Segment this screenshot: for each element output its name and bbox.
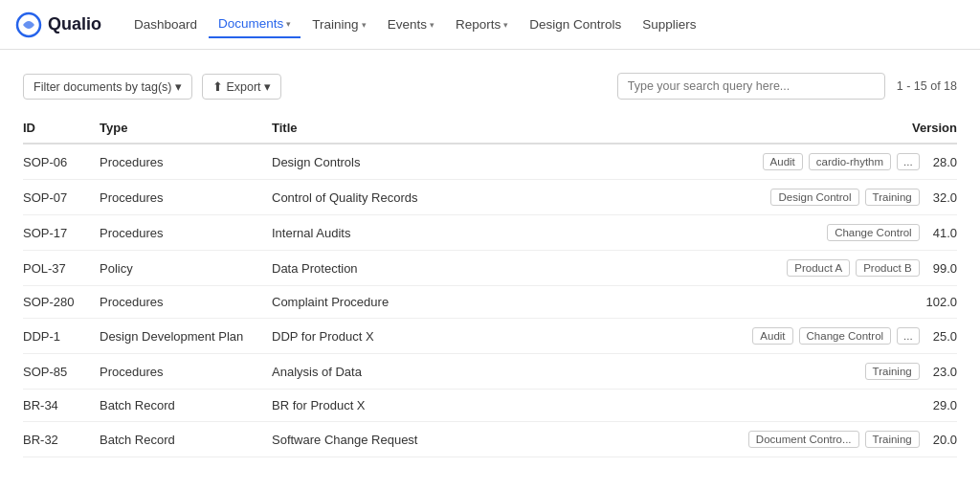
cell-version: Document Contro...Training20.0 [746,422,957,457]
chevron-down-icon: ▾ [286,19,291,29]
table-row[interactable]: DDP-1Design Development PlanDDP for Prod… [23,319,957,354]
cell-type: Batch Record [100,422,272,457]
cell-id: DDP-1 [23,319,100,354]
cell-version-number: 32.0 [925,190,957,205]
filter-button[interactable]: Filter documents by tag(s) ▾ [23,74,192,100]
pagination-info: 1 - 15 of 18 [897,79,957,93]
cell-type: Procedures [100,354,272,390]
table-row[interactable]: SOP-17ProceduresInternal AuditsChange Co… [23,215,957,251]
toolbar-right: 1 - 15 of 18 [617,73,957,100]
table-row[interactable]: BR-34Batch RecordBR for Product X29.0 [23,390,957,422]
tag-badge: Training [865,431,920,448]
table-row[interactable]: BR-32Batch RecordSoftware Change Request… [23,422,957,457]
cell-title: Control of Quality Records [272,180,746,215]
cell-version-number: 28.0 [925,155,957,169]
tag-badge: Training [865,363,920,380]
nav-item-training[interactable]: Training▾ [302,11,375,37]
cell-version-number: 29.0 [925,398,957,412]
navbar: Qualio DashboardDocuments▾Training▾Event… [0,0,980,50]
cell-id: POL-37 [23,251,100,286]
cell-version-number: 23.0 [925,365,957,379]
main-content: Filter documents by tag(s) ▾ ⬆ Export ▾ … [0,50,980,473]
cell-type: Batch Record [100,390,272,422]
tag-badge: ... [897,153,920,170]
tag-badge: Change Control [799,327,892,345]
cell-title: BR for Product X [272,390,746,422]
cell-id: SOP-06 [23,144,100,180]
logo[interactable]: Qualio [15,11,101,38]
cell-type: Procedures [100,215,272,251]
cell-type: Design Development Plan [100,319,272,354]
cell-version: Product AProduct B99.0 [746,251,957,286]
cell-type: Policy [100,251,272,286]
col-header-id: ID [23,113,100,144]
tag-badge: Training [865,189,920,206]
tag-badge: Change Control [827,224,920,241]
cell-version-number: 20.0 [925,433,957,447]
tag-badge: cardio-rhythm [809,153,891,170]
tag-badge: Audit [763,153,803,170]
table-body: SOP-06ProceduresDesign ControlsAuditcard… [23,144,957,457]
nav-menu: DashboardDocuments▾Training▾Events▾Repor… [124,11,706,38]
tag-badge: Product B [856,259,920,277]
cell-type: Procedures [100,286,272,319]
cell-version: 29.0 [746,390,957,422]
cell-title: Internal Audits [272,215,746,251]
chevron-down-icon: ▾ [503,20,508,30]
cell-id: SOP-280 [23,286,100,319]
documents-table: ID Type Title Version SOP-06ProceduresDe… [23,113,957,457]
table-row[interactable]: SOP-06ProceduresDesign ControlsAuditcard… [23,144,957,180]
cell-type: Procedures [100,180,272,215]
table-row[interactable]: POL-37PolicyData ProtectionProduct AProd… [23,251,957,286]
chevron-down-icon: ▾ [430,20,434,30]
cell-id: BR-34 [23,390,100,422]
cell-title: Data Protection [272,251,746,286]
cell-version-number: 102.0 [918,295,957,309]
cell-id: SOP-07 [23,180,100,215]
tag-badge: Design Control [770,189,858,206]
cell-title: DDP for Product X [272,319,746,354]
nav-item-design-controls[interactable]: Design Controls [520,11,631,37]
cell-version-number: 41.0 [925,226,957,240]
cell-version: Change Control41.0 [746,215,957,251]
search-input[interactable] [617,73,885,100]
cell-version-number: 99.0 [925,261,957,276]
cell-version-number: 25.0 [925,329,957,344]
col-header-title: Title [272,113,746,144]
cell-version: 102.0 [746,286,957,319]
nav-item-reports[interactable]: Reports▾ [446,11,518,37]
tag-badge: Audit [752,327,792,345]
nav-item-suppliers[interactable]: Suppliers [633,11,705,37]
cell-type: Procedures [100,144,272,180]
cell-title: Software Change Request [272,422,746,457]
chevron-down-icon: ▾ [362,20,367,30]
nav-item-dashboard[interactable]: Dashboard [124,11,207,37]
toolbar: Filter documents by tag(s) ▾ ⬆ Export ▾ … [23,73,957,100]
col-header-type: Type [100,113,272,144]
cell-title: Design Controls [272,144,746,180]
export-button[interactable]: ⬆ Export ▾ [202,74,281,100]
cell-version: Auditcardio-rhythm...28.0 [746,144,957,180]
table-header: ID Type Title Version [23,113,957,144]
table-row[interactable]: SOP-07ProceduresControl of Quality Recor… [23,180,957,215]
cell-id: SOP-17 [23,215,100,251]
cell-version: Design ControlTraining32.0 [746,180,957,215]
nav-item-documents[interactable]: Documents▾ [209,11,301,38]
logo-icon [15,11,42,38]
cell-version: AuditChange Control...25.0 [746,319,957,354]
cell-title: Complaint Procedure [272,286,746,319]
tag-badge: Product A [787,259,850,277]
cell-version: Training23.0 [746,354,957,390]
tag-badge: ... [897,327,920,345]
tag-badge: Document Contro... [748,431,859,448]
cell-title: Analysis of Data [272,354,746,390]
toolbar-left: Filter documents by tag(s) ▾ ⬆ Export ▾ [23,74,281,100]
cell-id: BR-32 [23,422,100,457]
col-header-version: Version [746,113,957,144]
table-row[interactable]: SOP-280ProceduresComplaint Procedure102.… [23,286,957,319]
table-row[interactable]: SOP-85ProceduresAnalysis of DataTraining… [23,354,957,390]
cell-id: SOP-85 [23,354,100,390]
nav-item-events[interactable]: Events▾ [378,11,444,37]
logo-text: Qualio [48,14,101,34]
